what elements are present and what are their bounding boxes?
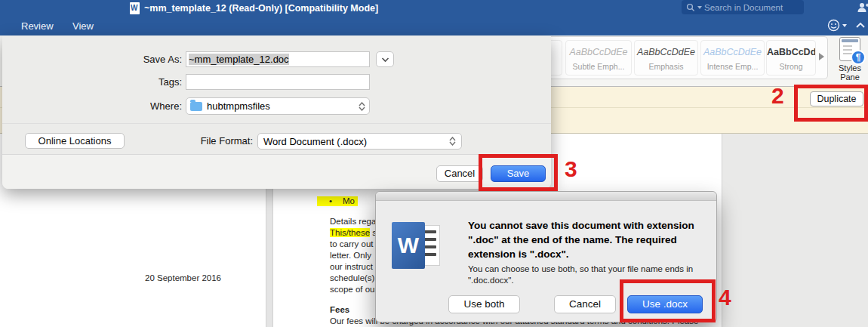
expand-sheet-button[interactable]: [376, 51, 394, 67]
style-label: Strong: [767, 62, 815, 71]
annotation-box-duplicate: [794, 85, 868, 122]
style-sample: AaBbCcDdEe: [566, 47, 631, 57]
file-format-dropdown[interactable]: Word Document (.docx): [257, 133, 462, 150]
style-item-emphasis[interactable]: AaBbCcDdEe Emphasis: [634, 40, 698, 76]
word-app-icon: W: [392, 222, 442, 269]
where-value: hubtmpmsfiles: [207, 100, 270, 112]
style-item-subtle-emphasis[interactable]: AaBbCcDdEe Subtle Emph...: [565, 40, 632, 76]
cancel-button[interactable]: Cancel: [436, 165, 483, 182]
alert-title-bar: [376, 192, 716, 201]
tab-review[interactable]: Review: [21, 17, 54, 35]
alert-cancel-button[interactable]: Cancel: [554, 295, 616, 313]
style-sample: AaBbCcDdEe: [635, 47, 697, 57]
where-label: Where:: [48, 100, 182, 112]
share-person-icon[interactable]: [857, 2, 868, 14]
online-locations-button[interactable]: Online Locations: [25, 133, 125, 149]
search-input[interactable]: Search in Document: [682, 0, 804, 14]
annotation-step-3: 3: [565, 156, 577, 182]
save-as-sheet: Save As: ~mm_template_12.doc Tags: Where…: [2, 35, 551, 189]
document-text-line: Details rega: [330, 217, 376, 226]
styles-pane-label: Styles Pane: [833, 63, 867, 82]
pilcrow-icon: ¶: [851, 50, 866, 65]
word-document-icon: W: [130, 2, 140, 14]
file-format-label: File Format:: [119, 135, 253, 147]
style-item-strong[interactable]: AaBbCcDdEe Strong: [766, 40, 816, 76]
use-both-button[interactable]: Use both: [448, 295, 520, 313]
document-date: 20 September 2016: [145, 273, 221, 282]
window-title-group: W ~mm_template_12 (Read-Only) [Compatibi…: [130, 2, 378, 14]
sheet-button-row: Cancel Save: [2, 155, 551, 189]
tags-label: Tags:: [48, 76, 182, 88]
word-app-icon-letter: W: [392, 222, 425, 269]
document-text-line: letter. Only: [330, 251, 371, 260]
search-placeholder: Search in Document: [704, 3, 783, 12]
window-title: ~mm_template_12 (Read-Only) [Compatibili…: [144, 3, 378, 14]
style-sample: AaBbCcDdEe: [767, 47, 815, 57]
word-window: W ~mm_template_12 (Read-Only) [Compatibi…: [0, 0, 868, 327]
gallery-expand-arrow-icon[interactable]: [819, 53, 824, 60]
document-fees-heading: Fees: [330, 305, 349, 314]
word-document-icon-letter: W: [131, 4, 137, 13]
annotation-step-4: 4: [719, 285, 731, 310]
document-text-line: scope of our: [330, 285, 377, 294]
search-icon: [686, 3, 695, 12]
feedback-smiley-button[interactable]: [827, 19, 847, 32]
document-highlighted-bullet: •Mo: [317, 196, 358, 206]
alert-title: You cannot save this document with exten…: [468, 218, 717, 261]
tab-view[interactable]: View: [72, 17, 94, 35]
style-gallery: d Ee e AaBbCcDdEe Subtle Emph... AaBbCcD…: [546, 36, 828, 79]
annotation-box-use-docx: [620, 279, 716, 322]
style-label: Emphasis: [635, 62, 697, 71]
ribbon-tab-bar: Review View: [0, 17, 868, 35]
style-label: Intense Emp...: [701, 62, 764, 71]
filename-value: ~mm_template_12.doc: [189, 54, 289, 65]
stepper-icon: [449, 137, 456, 146]
where-dropdown[interactable]: hubtmpmsfiles: [186, 97, 370, 115]
save-as-label: Save As:: [48, 54, 182, 65]
styles-pane-icon: ¶: [839, 37, 860, 61]
style-label: Subtle Emph...: [566, 62, 631, 71]
smiley-icon: [827, 19, 840, 32]
page-edge-divider: [266, 184, 273, 327]
document-text-line: to carry out: [330, 239, 374, 248]
folder-icon: [190, 102, 202, 111]
tags-input[interactable]: [186, 74, 370, 90]
annotation-step-2: 2: [771, 83, 784, 109]
filename-input[interactable]: ~mm_template_12.doc: [186, 51, 370, 67]
style-sample: AaBbCcDdEe: [701, 47, 764, 57]
styles-pane-button[interactable]: ¶ Styles Pane: [833, 36, 867, 85]
document-text-line: our instruct: [330, 262, 373, 271]
smiley-caret-icon: [842, 24, 847, 27]
title-bar: W ~mm_template_12 (Read-Only) [Compatibi…: [0, 0, 868, 17]
sheet-divider: [2, 123, 551, 124]
document-text-line: schedule(s),: [330, 273, 377, 282]
chevron-down-icon: [381, 57, 389, 63]
file-format-value: Word Document (.docx): [263, 136, 367, 147]
stepper-icon: [359, 102, 365, 111]
style-item-intense-emphasis[interactable]: AaBbCcDdEe Intense Emp...: [700, 40, 765, 76]
collapse-ribbon-chevron-icon[interactable]: [855, 22, 866, 29]
annotation-box-save: [479, 154, 558, 191]
search-scope-caret-icon[interactable]: [697, 6, 702, 9]
document-highlighted-line: This/these s: [330, 228, 377, 237]
